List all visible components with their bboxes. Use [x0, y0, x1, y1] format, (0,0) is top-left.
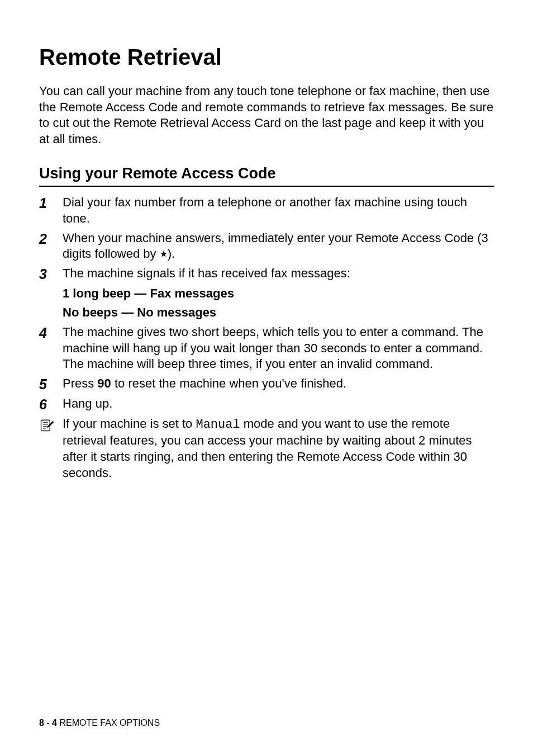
step-3: 3 The machine signals if it has received…: [39, 266, 494, 282]
svg-marker-0: [160, 251, 167, 257]
note: If your machine is set to Manual mode an…: [39, 416, 494, 481]
footer-page-number: 8 - 4: [39, 718, 57, 727]
step-6: 6 Hang up.: [39, 396, 494, 413]
step-number: 5: [39, 376, 63, 393]
note-icon: [39, 416, 63, 433]
step-5-pre: Press: [63, 376, 97, 390]
step-text: Dial your fax number from a telephone or…: [63, 195, 494, 226]
step-text: The machine gives two short beeps, which…: [63, 324, 494, 372]
step-text: Press 90 to reset the machine when you'v…: [63, 376, 494, 392]
step-text: Hang up.: [63, 396, 494, 412]
step-number: 4: [39, 324, 63, 341]
star-icon: [160, 246, 168, 262]
intro-paragraph: You can call your machine from any touch…: [39, 83, 494, 147]
step-number: 1: [39, 195, 63, 211]
step-5: 5 Press 90 to reset the machine when you…: [39, 376, 494, 393]
section-heading: Using your Remote Access Code: [39, 165, 494, 187]
footer-section: REMOTE FAX OPTIONS: [59, 718, 160, 727]
step-text: The machine signals if it has received f…: [63, 266, 494, 282]
step-1: 1 Dial your fax number from a telephone …: [39, 195, 494, 226]
page-title: Remote Retrieval: [39, 45, 494, 70]
step-5-key: 90: [97, 376, 111, 390]
step-3-signal-fax: 1 long beep — Fax messages: [63, 286, 494, 302]
step-number: 3: [39, 266, 63, 282]
step-text: When your machine answers, immediately e…: [63, 230, 494, 262]
page-footer: 8 - 4 REMOTE FAX OPTIONS: [39, 718, 160, 728]
step-4: 4 The machine gives two short beeps, whi…: [39, 324, 494, 372]
document-page: Remote Retrieval You can call your machi…: [0, 0, 533, 756]
step-2-pre: When your machine answers, immediately e…: [63, 231, 488, 261]
step-number: 6: [39, 396, 63, 413]
step-2: 2 When your machine answers, immediately…: [39, 230, 494, 262]
note-text: If your machine is set to Manual mode an…: [63, 416, 494, 481]
steps-list: 1 Dial your fax number from a telephone …: [39, 195, 494, 481]
step-3-signal-none: No beeps — No messages: [63, 305, 494, 321]
step-number: 2: [39, 230, 63, 247]
note-mono: Manual: [196, 418, 240, 432]
step-5-post: to reset the machine when you've finishe…: [111, 376, 346, 390]
step-2-post: ).: [168, 247, 175, 261]
note-pre: If your machine is set to: [63, 417, 196, 431]
